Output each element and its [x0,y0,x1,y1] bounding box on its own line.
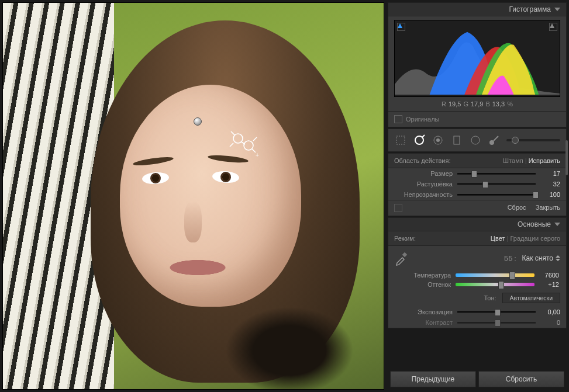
reset-all-button[interactable]: Сбросить [478,371,564,387]
svg-text:+: + [256,152,259,158]
redeye-tool-icon[interactable] [432,134,444,147]
svg-rect-19 [402,252,407,257]
right-panel: Гистограмма R19,5 G17,9 B13,3 [388,2,567,390]
svg-line-18 [494,136,498,141]
wb-preset-select[interactable]: Как снято [522,254,560,262]
tool-strip-panel [388,129,567,152]
clone-mode[interactable]: Штамп [503,157,523,164]
svg-point-17 [489,140,494,145]
photo-background [3,3,384,389]
histogram-header[interactable]: Гистограмма [388,3,566,16]
svg-rect-10 [396,136,405,144]
svg-line-3 [231,131,235,135]
histogram-panel: Гистограмма R19,5 G17,9 B13,3 [388,2,567,127]
temp-slider[interactable] [456,272,534,278]
reset-button[interactable]: Сброс [508,204,526,212]
spot-options-panel: Область действия: Штамп | Исправить Разм… [388,153,567,216]
treat-color[interactable]: Цвет [491,235,505,242]
spot-heal-cursor[interactable]: + [227,126,260,158]
grad-tool-icon[interactable] [450,134,463,147]
panel-footer: Предыдущие Сбросить [388,369,567,390]
basic-header[interactable]: Основные [388,218,566,231]
svg-line-6 [253,137,257,141]
svg-point-11 [415,136,423,144]
collapse-icon [554,223,560,226]
previous-button[interactable]: Предыдущие [390,371,476,387]
spot-tool-icon[interactable] [413,134,426,147]
svg-point-1 [244,141,253,150]
tool-size-mini-slider[interactable] [506,139,560,141]
close-button[interactable]: Закрыть [536,204,560,212]
svg-point-16 [471,136,480,144]
svg-point-0 [233,134,243,143]
area-label: Область действия: [394,157,450,164]
panel-switch-icon[interactable] [394,204,402,212]
app-root: + Гистограмма R19,5 [0,0,569,392]
svg-rect-15 [454,136,460,144]
image-viewport[interactable]: + [2,2,384,390]
opacity-slider[interactable] [457,192,536,197]
heal-mode[interactable]: Исправить [529,157,560,164]
collapse-icon [554,8,560,11]
edit-pin[interactable] [194,117,202,126]
scrollbar[interactable] [565,140,568,175]
svg-line-12 [422,135,425,137]
svg-marker-20 [556,255,560,258]
basic-panel: Основные Режим: Цвет | Градации серого Б… [388,217,567,328]
contrast-slider[interactable] [457,320,536,325]
checkbox-icon [394,115,402,123]
svg-marker-21 [556,259,560,261]
originals-toggle[interactable]: Оригиналы [388,111,566,127]
brush-tool-icon[interactable] [488,134,501,147]
feather-slider[interactable] [457,181,536,187]
crop-tool-icon[interactable] [394,134,407,147]
exposure-slider[interactable] [457,309,536,315]
treat-gray[interactable]: Градации серого [511,235,561,242]
size-slider[interactable] [457,171,536,176]
histogram-title: Гистограмма [509,5,551,13]
auto-tone-button[interactable]: Автоматически [502,293,560,303]
radial-tool-icon[interactable] [469,134,482,147]
rgb-readout: R19,5 G17,9 B13,3 % [388,99,566,111]
tint-slider[interactable] [456,282,534,287]
svg-line-5 [230,143,233,147]
svg-point-14 [436,138,440,142]
histogram-graph[interactable] [394,20,560,97]
eyedropper-icon[interactable] [394,251,409,266]
